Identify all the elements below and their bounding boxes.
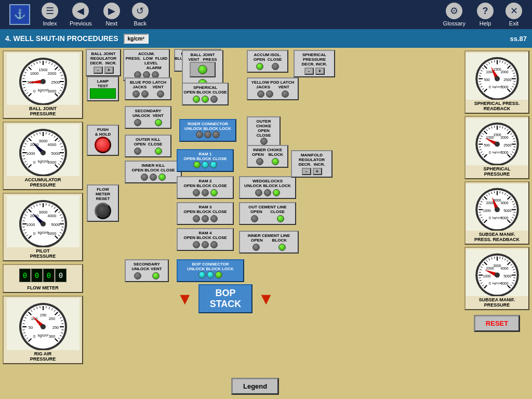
blue-pod-latch-box: BLUE POD LATCHJACKS VENT [125,77,171,100]
bjvp-vent-lamp [198,65,207,74]
rc-unlock-lamp [196,131,203,138]
previous-button[interactable]: ◀ Previous [65,1,96,29]
help-icon: ? [477,3,494,19]
ik-close-lamp [158,174,166,181]
flow-digit-1: 0 [19,269,31,282]
ic-open-lamp [256,158,263,165]
rig-air-gauge: RIG AIRPRESSURE [3,296,83,364]
back-button[interactable]: ↺ Back [127,1,153,29]
mr-incr-button[interactable]: + [313,168,322,175]
logo-box: ⚓ [9,4,30,25]
main-panel: BALL JOINTPRESSURE ACCUMULATORPRESSURE P… [0,48,532,399]
pilot-label: PILOTPRESSURE [30,248,56,259]
spherical-press-decr-box: SPHERICALPRESSUREDECR. INCR. - + [294,50,335,77]
bc-lock-lamp [215,271,222,278]
index-button[interactable]: ☰ Index [37,1,63,29]
page-ref: ss.87 [510,35,527,43]
back-icon: ↺ [132,3,149,19]
titlebar: 4. WELL SHUT-IN PROCEDURES kg/cm² ss.87 [0,29,532,48]
unit-box: kg/cm² [124,34,149,44]
glossary-button[interactable]: ⚙ Glossary [439,1,470,29]
wl-block-lamp [264,189,271,196]
su-vent-lamp [155,119,162,126]
accum-isol-box: ACCUM ISOL.OPEN CLOSE [247,50,288,73]
bop-stack-label: BOPSTACK [198,284,253,313]
r2-open-lamp [193,189,200,196]
index-icon: ☰ [42,3,58,19]
subsea-readback-gauge: SUBSEA MANIF.PRESS. READBACK [464,181,529,245]
spherical-readback-label: SPHERICAL PRESS.READBACK [474,101,520,111]
push-hold-box: PUSH& HOLD [87,125,119,156]
glossary-label: Glossary [443,20,466,26]
legend-button[interactable]: Legend [231,378,279,395]
glossary-icon: ⚙ [446,3,462,19]
bc-block-lamp [207,271,214,278]
flow-digits: 0 0 0 0 [19,269,66,282]
help-label: Help [480,20,491,26]
out-cement-box: OUT CEMENT LINEOPEN CLOSE [239,202,296,225]
ai-open-lamp [256,63,263,70]
secondary-unlock-bottom: SECONDARYUNLOCK VENT [125,259,169,282]
reset-button[interactable]: RESET [474,315,520,332]
ai-close-lamp [272,63,279,70]
outer-kill-box: OUTER KILLOPEN CLOSE [125,135,171,157]
wl-lock-lamp [273,189,280,196]
index-label: Index [43,20,57,26]
flow-meter-label: FLOW METER [27,285,59,290]
sph-close-lamp [210,96,218,103]
ocl-open-lamp [251,215,258,222]
pilot-gauge: PILOTPRESSURE [3,193,83,261]
next-button[interactable]: ▶ Next [99,1,125,29]
rc-block-lamp [204,131,211,138]
bpl-jacks-lamp1 [132,90,140,98]
lamp-test-indicator[interactable] [90,88,116,99]
r1-block-lamp [202,161,209,168]
su-unlock-lamp [134,119,141,126]
ball-joint-regulator: BALL JOINTREGULATORDECR. INCR. - + [86,49,121,76]
ocl-close-lamp [277,215,284,222]
ball-joint-label: BALL JOINTPRESSURE [29,106,57,116]
sph-block-lamp [202,96,209,103]
r4-open-lamp [193,241,200,248]
bop-arrow-left: ▼ [177,289,193,309]
help-button[interactable]: ? Help [472,1,498,29]
r4-block-lamp [202,241,209,248]
mr-decr-button[interactable]: - [302,168,311,175]
spd-decr-button[interactable]: - [304,68,314,75]
lamp-test-box: LAMPTEST [87,76,119,101]
next-icon: ▶ [103,3,120,19]
rc-lock-lamp [212,131,220,138]
exit-button[interactable]: ✕ Exit [501,1,527,29]
accumulator-gauge: ACCUMULATORPRESSURE [3,122,83,190]
ok-close-lamp [155,148,162,155]
inner-choke-box: INNER CHOKEOPEN BLOCK [247,145,288,168]
spd-incr-button[interactable]: + [315,68,325,75]
bop-stack-area: ▼ BOPSTACK ▼ [177,284,274,313]
manifold-regulator-box: MANIFOLDREGULATORDECR. INCR. - + [291,150,332,178]
svg-text:⚓: ⚓ [14,8,26,20]
ik-open-lamp [141,174,148,181]
bpl-jacks-lamp2 [141,90,149,98]
push-hold-button[interactable] [95,137,111,153]
bjr-incr-button[interactable]: + [104,66,114,74]
right-panel: SPHERICAL PRESS.READBACK SPHERICALPRESSU… [462,48,532,399]
spherical-gauge: SPHERICALPRESSURE [464,116,529,179]
ypl-vent [282,90,289,98]
r3-close-lamp [210,215,218,222]
ram3-box: RAM 3OPEN BLOCK CLOSE [177,202,234,225]
spherical-obc-box: SPHERICALOPEN BLOCK CLOSE [182,83,229,105]
bc-unlock-lamp [198,271,206,278]
subsea-manif-label: SUBSEA MANIF.PRESSURE [479,297,515,308]
left-panel: BALL JOINTPRESSURE ACCUMULATORPRESSURE P… [0,48,86,399]
ik-block-lamp [150,174,157,181]
r4-close-lamp [210,241,218,248]
bjr-decr-button[interactable]: - [94,66,103,74]
exit-label: Exit [509,20,518,26]
flow-meter-reset-knob[interactable] [95,203,111,219]
nav-right: ⚙ Glossary ? Help ✕ Exit [439,1,527,29]
icl-open-lamp [252,244,260,251]
subsea-readback-label: SUBSEA MANIF.PRESS. READBACK [474,232,520,242]
bjr-buttons: - + [94,66,114,74]
r2-close-lamp [210,189,218,196]
sub-unlock-lamp [134,272,141,280]
